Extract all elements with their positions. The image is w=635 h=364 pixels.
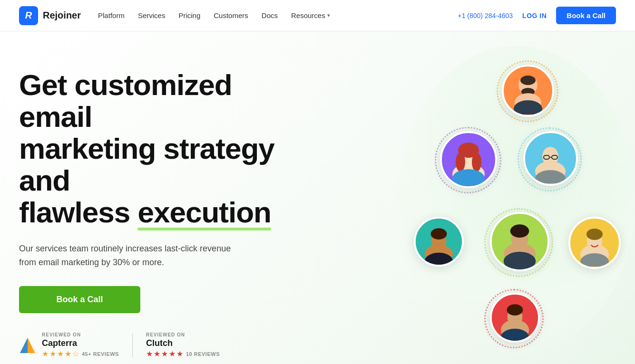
hero-section: Get customized email marketing strategy … <box>0 31 635 364</box>
avatar-4 <box>414 217 464 267</box>
nav-link-resources[interactable]: Resources ▾ <box>291 11 330 19</box>
headline-highlighted: execution <box>137 196 271 229</box>
capterra-info: REVIEWED ON Capterra ★ ★ ★ ★ ☆ 45+ REVIE… <box>42 332 119 358</box>
book-call-nav-button[interactable]: Book a Call <box>556 7 616 24</box>
svg-point-14 <box>472 153 481 172</box>
svg-point-18 <box>542 147 558 166</box>
nav-link-services[interactable]: Services <box>138 11 166 19</box>
clutch-review: REVIEWED ON Clutch ★ ★ ★ ★ ★ 10 REVIEWS <box>146 332 233 358</box>
hero-subtext: Our services team routinely increases la… <box>19 242 247 269</box>
review-divider <box>132 334 133 357</box>
capterra-count: 45+ REVIEWS <box>82 351 119 357</box>
avatar-3 <box>523 131 578 186</box>
navbar: R Rejoiner Platform Services Pricing Cus… <box>0 0 635 31</box>
capterra-review: REVIEWED ON Capterra ★ ★ ★ ★ ☆ 45+ REVIE… <box>19 332 132 358</box>
nav-link-docs[interactable]: Docs <box>262 11 278 19</box>
capterra-logo-icon <box>19 337 36 354</box>
book-call-hero-button[interactable]: Book a Call <box>19 286 140 313</box>
nav-link-platform[interactable]: Platform <box>98 11 125 19</box>
avatar-2 <box>440 131 497 188</box>
hero-right-avatars <box>304 60 616 335</box>
nav-link-pricing[interactable]: Pricing <box>178 11 200 19</box>
avatar-6 <box>568 217 621 269</box>
avatar-1 <box>502 65 554 117</box>
nav-link-customers[interactable]: Customers <box>214 11 248 19</box>
svg-point-31 <box>510 224 529 238</box>
nav-links: Platform Services Pricing Customers Docs… <box>98 11 330 19</box>
svg-point-36 <box>586 229 603 240</box>
clutch-info: REVIEWED ON Clutch ★ ★ ★ ★ ★ 10 REVIEWS <box>146 332 220 358</box>
clutch-reviewed-on: REVIEWED ON <box>146 332 220 337</box>
avatar-7 <box>490 293 540 343</box>
svg-point-26 <box>431 228 447 239</box>
svg-point-32 <box>504 251 536 269</box>
clutch-platform-name: Clutch <box>146 338 220 348</box>
capterra-reviewed-on: REVIEWED ON <box>42 332 119 337</box>
brand-name: Rejoiner <box>43 10 81 21</box>
clutch-stars: ★ ★ ★ ★ ★ <box>146 349 183 358</box>
nav-right: +1 (800) 284-4603 LOG IN Book a Call <box>458 7 616 24</box>
svg-point-13 <box>456 153 465 172</box>
avatar-5 <box>490 212 549 271</box>
logo-icon: R <box>19 6 38 25</box>
capterra-platform-name: Capterra <box>42 338 119 348</box>
chevron-down-icon: ▾ <box>327 12 330 19</box>
hero-headline: Get customized email marketing strategy … <box>19 69 285 229</box>
clutch-count: 10 REVIEWS <box>186 351 220 357</box>
reviews-row: REVIEWED ON Capterra ★ ★ ★ ★ ☆ 45+ REVIE… <box>19 332 285 358</box>
capterra-stars: ★ ★ ★ ★ ☆ <box>42 349 79 358</box>
phone-link[interactable]: +1 (800) 284-4603 <box>458 12 513 19</box>
nav-left: R Rejoiner Platform Services Pricing Cus… <box>19 6 330 25</box>
svg-point-41 <box>507 304 523 316</box>
svg-point-5 <box>520 76 536 85</box>
hero-left: Get customized email marketing strategy … <box>19 60 285 358</box>
logo[interactable]: R Rejoiner <box>19 6 81 25</box>
login-link[interactable]: LOG IN <box>522 12 547 19</box>
svg-marker-1 <box>20 338 28 353</box>
